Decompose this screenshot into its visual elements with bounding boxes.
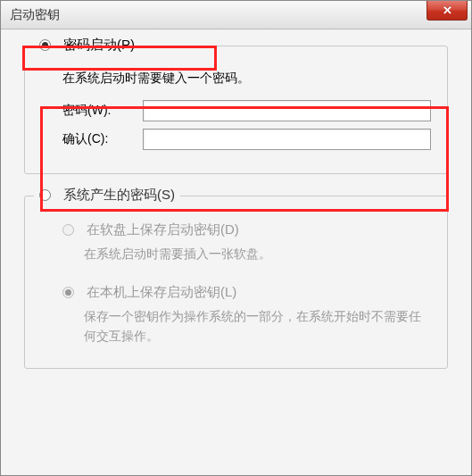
confirm-row: 确认(C): <box>62 129 431 150</box>
radio-local <box>62 287 81 298</box>
system-password-label: 系统产生的密码(S) <box>63 187 175 204</box>
password-startup-legend[interactable]: 密码启动(P) <box>34 37 140 54</box>
close-icon: ✕ <box>443 4 452 17</box>
radio-icon <box>62 224 74 236</box>
floppy-option: 在软盘上保存启动密钥(D) <box>62 221 431 238</box>
password-startup-group: 密码启动(P) 在系统启动时需要键入一个密码。 密码(W): 确认(C): <box>24 46 448 174</box>
password-startup-desc: 在系统启动时需要键入一个密码。 <box>62 68 431 88</box>
radio-system-password[interactable] <box>39 189 58 201</box>
floppy-option-desc: 在系统启动时需要插入一张软盘。 <box>84 244 431 263</box>
titlebar: 启动密钥 ✕ <box>1 1 471 29</box>
password-row: 密码(W): <box>62 100 431 121</box>
radio-password-startup[interactable] <box>39 39 58 51</box>
radio-icon <box>39 39 51 51</box>
local-option-label: 在本机上保存启动密钥(L) <box>87 284 236 301</box>
system-password-legend[interactable]: 系统产生的密码(S) <box>34 187 180 204</box>
local-option-desc: 保存一个密钥作为操作系统的一部分，在系统开始时不需要任何交互操作。 <box>84 306 431 347</box>
confirm-input[interactable] <box>143 129 431 150</box>
password-startup-label: 密码启动(P) <box>63 37 135 54</box>
confirm-label: 确认(C): <box>62 131 143 147</box>
close-button[interactable]: ✕ <box>426 1 468 21</box>
radio-icon <box>39 189 51 201</box>
local-option: 在本机上保存启动密钥(L) <box>62 284 431 301</box>
password-label: 密码(W): <box>62 103 143 119</box>
dialog-content: 密码启动(P) 在系统启动时需要键入一个密码。 密码(W): 确认(C): 系统… <box>1 29 471 475</box>
floppy-option-label: 在软盘上保存启动密钥(D) <box>87 221 239 238</box>
system-password-group: 系统产生的密码(S) 在软盘上保存启动密钥(D) 在系统启动时需要插入一张软盘。… <box>24 196 448 368</box>
window-title: 启动密钥 <box>10 7 60 23</box>
radio-floppy <box>62 224 81 236</box>
password-input[interactable] <box>143 100 431 121</box>
radio-icon <box>62 287 74 298</box>
dialog-window: 启动密钥 ✕ 密码启动(P) 在系统启动时需要键入一个密码。 密码(W): 确认… <box>0 0 472 476</box>
